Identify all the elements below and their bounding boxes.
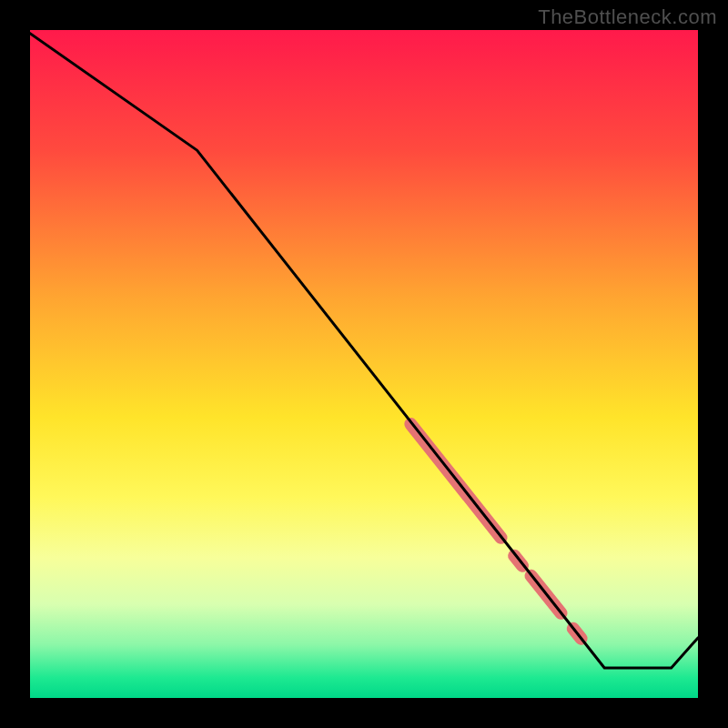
chart-svg <box>30 30 698 698</box>
chart-stage: TheBottleneck.com <box>0 0 728 728</box>
watermark-text: TheBottleneck.com <box>538 5 717 29</box>
plot-area <box>30 30 698 698</box>
